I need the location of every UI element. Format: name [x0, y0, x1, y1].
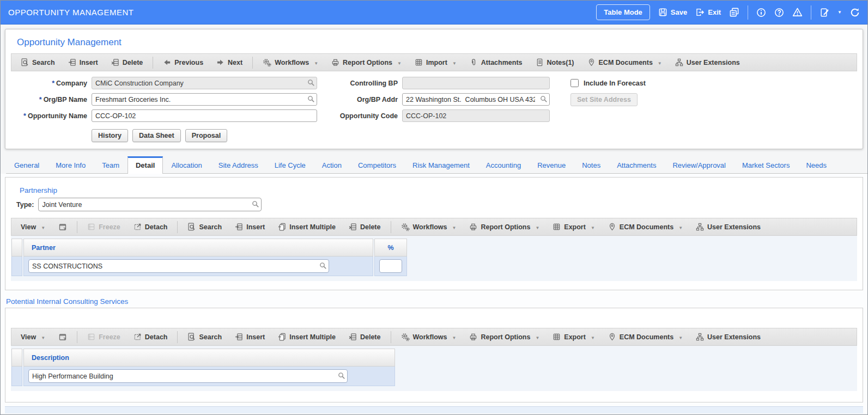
type-search-button[interactable]: [252, 200, 259, 208]
user-extensions-button[interactable]: User Extensions: [669, 54, 746, 71]
help-button[interactable]: [774, 8, 784, 17]
tab-attachments[interactable]: Attachments: [609, 156, 664, 174]
exit-button[interactable]: Exit: [695, 8, 721, 17]
search-button[interactable]: Search: [181, 328, 228, 345]
tab-team[interactable]: Team: [94, 156, 128, 174]
print-report-button[interactable]: [729, 7, 739, 17]
history-button[interactable]: History: [92, 129, 128, 142]
row-selector[interactable]: [11, 367, 22, 386]
tab-life-cycle[interactable]: Life Cycle: [266, 156, 314, 174]
detach-button[interactable]: Detach: [128, 328, 174, 345]
user-extensions-button[interactable]: User Extensions: [690, 218, 767, 235]
refresh-button[interactable]: [850, 8, 860, 17]
partner-search-button[interactable]: [319, 262, 327, 270]
tab-market-sectors[interactable]: Market Sectors: [734, 156, 798, 174]
opportunity-name-field[interactable]: [92, 109, 317, 122]
partner-column-header[interactable]: Partner: [23, 239, 373, 257]
query-by-example-button[interactable]: [52, 328, 73, 345]
controlling-bp-field[interactable]: [402, 77, 550, 89]
tab-revenue[interactable]: Revenue: [529, 156, 574, 174]
org-bp-addr-search-button[interactable]: [540, 95, 548, 103]
tab-general[interactable]: General: [6, 156, 47, 174]
search-button[interactable]: Search: [181, 218, 228, 235]
tab-risk-management[interactable]: Risk Management: [404, 156, 478, 174]
edit-mode-caret-icon[interactable]: [837, 10, 842, 15]
org-bp-addr-field[interactable]: [402, 93, 550, 106]
tab-detail[interactable]: Detail: [128, 156, 163, 174]
previous-button[interactable]: Previous: [157, 54, 209, 71]
description-column-header[interactable]: Description: [23, 349, 395, 367]
tab-action[interactable]: Action: [314, 156, 350, 174]
ecm-documents-button[interactable]: ECM Documents: [602, 218, 689, 235]
ecm-documents-button[interactable]: ECM Documents: [602, 328, 689, 345]
insert-button[interactable]: Insert: [229, 218, 271, 235]
data-sheet-button[interactable]: Data Sheet: [132, 129, 181, 142]
org-bp-name-field[interactable]: [92, 93, 317, 106]
dropdown-caret-icon: [678, 333, 683, 341]
table-mode-button[interactable]: Table Mode: [596, 4, 650, 20]
percent-field[interactable]: [379, 259, 402, 273]
ecm-documents-button[interactable]: ECM Documents: [581, 54, 668, 71]
edit-mode-button[interactable]: [820, 8, 829, 17]
tab-site-address[interactable]: Site Address: [210, 156, 266, 174]
company-field[interactable]: [92, 77, 317, 89]
tab-accounting[interactable]: Accounting: [478, 156, 529, 174]
description-lov: [28, 369, 348, 383]
export-button[interactable]: Export: [547, 328, 601, 345]
partnership-type-field[interactable]: [38, 198, 262, 211]
workflows-button[interactable]: Workflows: [395, 218, 463, 235]
workflows-button[interactable]: Workflows: [257, 54, 324, 71]
insert-button[interactable]: Insert: [229, 328, 271, 345]
detach-button[interactable]: Detach: [128, 218, 174, 235]
tab-allocation[interactable]: Allocation: [163, 156, 210, 174]
tab-more-info[interactable]: More Info: [47, 156, 94, 174]
report-options-button[interactable]: Report Options: [325, 54, 408, 71]
percent-column-header[interactable]: %: [374, 239, 407, 257]
tab-notes[interactable]: Notes: [574, 156, 609, 174]
freeze-button[interactable]: Freeze: [81, 328, 126, 345]
tab-needs[interactable]: Needs: [798, 156, 835, 174]
insert-multiple-button[interactable]: Insert Multiple: [272, 218, 342, 235]
app-title: OPPORTUNITY MANAGEMENT: [8, 8, 133, 17]
proposal-button[interactable]: Proposal: [185, 129, 228, 142]
report-options-button[interactable]: Report Options: [463, 328, 545, 345]
tab-review-approval[interactable]: Review/Approval: [664, 156, 734, 174]
insert-button[interactable]: Insert: [62, 54, 104, 71]
info-button[interactable]: [756, 8, 766, 17]
search-doc-icon: [21, 58, 29, 66]
search-button[interactable]: Search: [15, 54, 61, 71]
partner-field[interactable]: [28, 259, 329, 273]
delete-button[interactable]: Delete: [343, 328, 387, 345]
set-site-address-button[interactable]: Set Site Address: [570, 93, 638, 106]
description-field[interactable]: [28, 369, 348, 383]
tab-competitors[interactable]: Competitors: [350, 156, 404, 174]
next-button[interactable]: Next: [210, 54, 248, 71]
alerts-button[interactable]: [792, 7, 803, 17]
freeze-button[interactable]: Freeze: [81, 218, 126, 235]
user-extensions-button[interactable]: User Extensions: [690, 328, 767, 345]
insert-multiple-button[interactable]: Insert Multiple: [272, 328, 342, 345]
include-in-forecast-checkbox[interactable]: [570, 79, 579, 87]
notes-button[interactable]: Notes(1): [530, 54, 580, 71]
opportunity-code-field[interactable]: [402, 109, 550, 122]
row-selector[interactable]: [11, 257, 22, 276]
view-menu-button[interactable]: View: [15, 218, 51, 235]
save-button[interactable]: Save: [658, 8, 687, 17]
footer-strip: [5, 406, 863, 413]
org-chart-icon: [675, 58, 683, 66]
location-pin-icon: [608, 223, 616, 231]
export-button[interactable]: Export: [547, 218, 601, 235]
org-bp-name-search-button[interactable]: [307, 95, 315, 103]
gears-icon: [263, 58, 271, 67]
view-menu-button[interactable]: View: [15, 328, 51, 345]
query-by-example-button[interactable]: [52, 218, 73, 235]
workflows-button[interactable]: Workflows: [395, 328, 463, 345]
description-search-button[interactable]: [338, 372, 345, 380]
toolbar-divider: [77, 331, 77, 343]
company-search-button[interactable]: [307, 79, 315, 87]
delete-button[interactable]: Delete: [343, 218, 387, 235]
delete-button[interactable]: Delete: [105, 54, 149, 71]
report-options-button[interactable]: Report Options: [463, 218, 545, 235]
attachments-button[interactable]: Attachments: [464, 54, 529, 71]
import-button[interactable]: Import: [409, 54, 463, 71]
